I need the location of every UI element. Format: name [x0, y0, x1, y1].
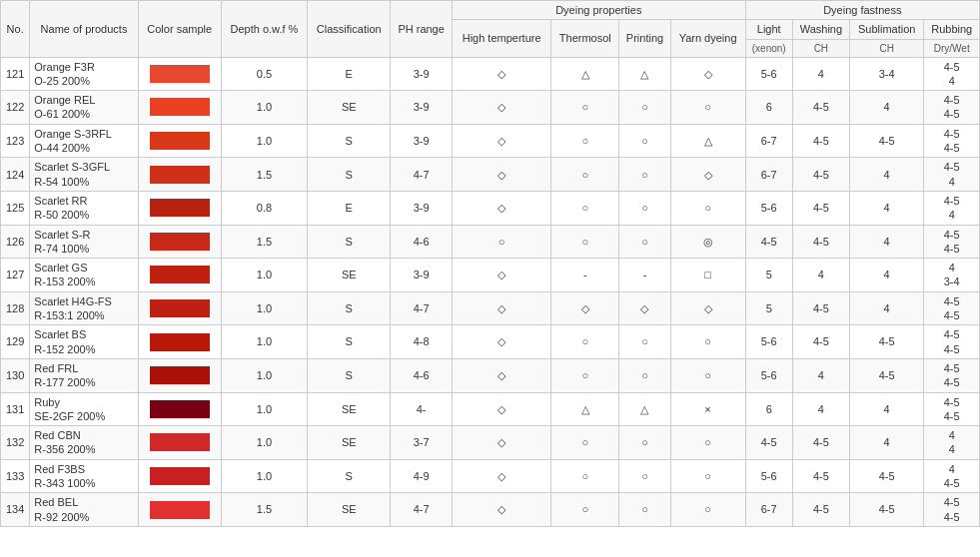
cell-rubbing: 44	[924, 426, 980, 460]
col-light: Light	[745, 20, 792, 39]
cell-washing: 4-5	[792, 493, 849, 527]
cell-no: 122	[1, 91, 30, 125]
cell-color	[138, 493, 221, 527]
cell-rubbing: 4-54-5	[924, 325, 980, 359]
cell-no: 125	[1, 191, 30, 225]
cell-classification: SE	[308, 259, 391, 292]
cell-printing: ○	[619, 325, 670, 359]
cell-depth: 1.5	[221, 158, 308, 192]
cell-no: 126	[1, 225, 30, 259]
col-yarn-dyeing: Yarn dyeing	[670, 20, 745, 57]
cell-light: 6	[745, 91, 792, 125]
cell-name: Scarlet RRR-50 200%	[30, 191, 138, 225]
cell-sublimation: 4	[849, 191, 924, 225]
col-thermosol: Thermosol	[551, 20, 619, 57]
cell-sublimation: 4	[849, 91, 924, 125]
cell-printing: ○	[619, 358, 670, 392]
cell-sublimation: 4	[849, 291, 924, 325]
cell-name: Orange F3RO-25 200%	[30, 57, 138, 91]
cell-printing: ○	[619, 191, 670, 225]
cell-no: 131	[1, 392, 30, 426]
cell-sublimation: 4-5	[849, 493, 924, 527]
cell-sublimation: 4-5	[849, 459, 924, 493]
col-name: Name of products	[30, 1, 138, 58]
cell-depth: 1.0	[221, 124, 308, 158]
cell-color	[138, 392, 221, 426]
cell-yarn-dyeing: △	[670, 124, 745, 158]
cell-light: 6-7	[745, 493, 792, 527]
cell-thermosol: ○	[551, 91, 619, 125]
cell-depth: 1.0	[221, 392, 308, 426]
table-row: 126Scarlet S-RR-74 100%1.5S4-6○○○◎4-54-5…	[1, 225, 980, 259]
cell-name: RubySE-2GF 200%	[30, 392, 138, 426]
color-swatch	[150, 467, 210, 485]
cell-printing: △	[619, 57, 670, 91]
cell-light: 5-6	[745, 325, 792, 359]
cell-no: 132	[1, 426, 30, 460]
cell-thermosol: ○	[551, 191, 619, 225]
cell-no: 128	[1, 291, 30, 325]
cell-classification: S	[308, 459, 391, 493]
col-rubbing: Rubbing	[924, 20, 980, 39]
col-rubbing-sub: Dry/Wet	[924, 39, 980, 57]
cell-color	[138, 191, 221, 225]
cell-washing: 4-5	[792, 459, 849, 493]
cell-washing: 4-5	[792, 124, 849, 158]
cell-yarn-dyeing: ○	[670, 426, 745, 460]
cell-high-temp: ◇	[453, 158, 551, 192]
cell-high-temp: ◇	[453, 91, 551, 125]
cell-ph: 4-8	[391, 325, 453, 359]
cell-high-temp: ○	[453, 225, 551, 259]
cell-color	[138, 426, 221, 460]
cell-sublimation: 4	[849, 392, 924, 426]
color-swatch	[150, 299, 210, 317]
cell-no: 130	[1, 358, 30, 392]
cell-classification: S	[308, 158, 391, 192]
cell-yarn-dyeing: ○	[670, 358, 745, 392]
cell-light: 6	[745, 392, 792, 426]
cell-name: Orange RELO-61 200%	[30, 91, 138, 125]
table-row: 124Scarlet S-3GFLR-54 100%1.5S4-7◇○○◇6-7…	[1, 158, 980, 192]
table-row: 122Orange RELO-61 200%1.0SE3-9◇○○○64-544…	[1, 91, 980, 125]
cell-name: Scarlet H4G-FSR-153:1 200%	[30, 291, 138, 325]
cell-ph: 4-6	[391, 225, 453, 259]
cell-sublimation: 4	[849, 158, 924, 192]
col-washing-sub: CH	[792, 39, 849, 57]
cell-thermosol: ○	[551, 325, 619, 359]
cell-rubbing: 4-54-5	[924, 225, 980, 259]
cell-thermosol: ◇	[551, 291, 619, 325]
color-swatch	[150, 199, 210, 217]
color-swatch	[150, 433, 210, 451]
cell-light: 4-5	[745, 225, 792, 259]
cell-rubbing: 44-5	[924, 459, 980, 493]
cell-color	[138, 57, 221, 91]
cell-yarn-dyeing: ○	[670, 91, 745, 125]
cell-classification: E	[308, 57, 391, 91]
cell-light: 5-6	[745, 358, 792, 392]
cell-depth: 1.0	[221, 459, 308, 493]
color-swatch	[150, 501, 210, 519]
cell-rubbing: 4-54-5	[924, 291, 980, 325]
cell-washing: 4-5	[792, 91, 849, 125]
cell-washing: 4-5	[792, 426, 849, 460]
table-row: 130Red FRLR-177 200%1.0S4-6◇○○○5-644-54-…	[1, 358, 980, 392]
cell-no: 127	[1, 259, 30, 292]
cell-color	[138, 459, 221, 493]
cell-classification: S	[308, 225, 391, 259]
cell-ph: 4-9	[391, 459, 453, 493]
color-swatch	[150, 366, 210, 384]
cell-washing: 4-5	[792, 325, 849, 359]
table-row: 127Scarlet GSR-153 200%1.0SE3-9◇--□54443…	[1, 259, 980, 292]
cell-no: 134	[1, 493, 30, 527]
cell-light: 5-6	[745, 459, 792, 493]
cell-no: 121	[1, 57, 30, 91]
cell-yarn-dyeing: ◎	[670, 225, 745, 259]
cell-name: Scarlet BSR-152 200%	[30, 325, 138, 359]
cell-name: Scarlet S-3GFLR-54 100%	[30, 158, 138, 192]
cell-ph: 4-	[391, 392, 453, 426]
cell-ph: 3-9	[391, 259, 453, 292]
col-washing: Washing	[792, 20, 849, 39]
table-row: 132Red CBNR-356 200%1.0SE3-7◇○○○4-54-544…	[1, 426, 980, 460]
cell-ph: 4-7	[391, 158, 453, 192]
cell-ph: 3-9	[391, 191, 453, 225]
